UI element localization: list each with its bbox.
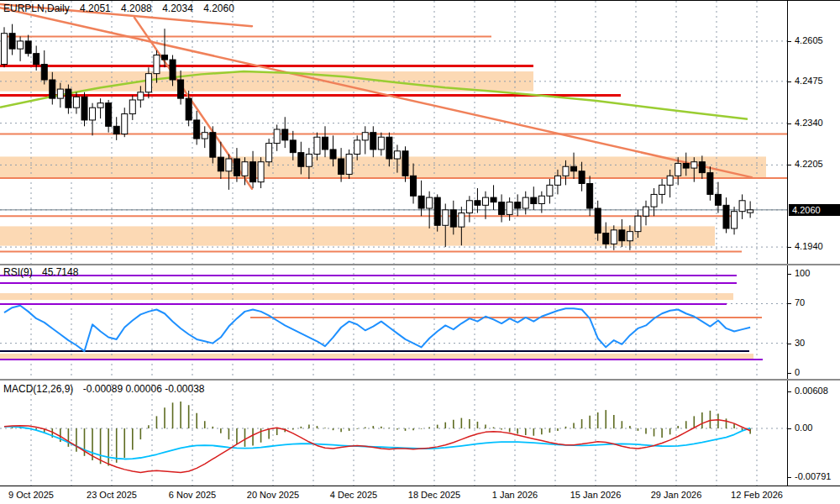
- candle-body: [129, 100, 135, 114]
- candle-body: [571, 166, 577, 171]
- candle-body: [538, 196, 544, 203]
- candle-body: [66, 89, 71, 108]
- candle-body: [218, 157, 223, 171]
- candle-body: [106, 103, 112, 127]
- candle-body: [522, 197, 528, 208]
- candle-body: [739, 201, 745, 212]
- candle-body: [90, 108, 96, 120]
- chart-title: EURPLN,Daily 4.2051 4.2088 4.2034 4.2060: [3, 3, 242, 14]
- candle-body: [57, 89, 63, 98]
- candle-body: [113, 126, 119, 134]
- candle-body: [18, 41, 24, 49]
- candle-body: [603, 234, 609, 244]
- time-axis-label: 4 Dec 2025: [330, 490, 377, 500]
- macd-name: MACD(12,26,9): [3, 383, 73, 395]
- candle-body: [242, 162, 248, 176]
- rsi-axis-label: 100: [795, 268, 810, 278]
- rsi-axis-label: 30: [795, 338, 805, 348]
- candle-body: [282, 129, 288, 140]
- macd-values: -0.00089 0.00006 -0.00038: [83, 383, 205, 395]
- candle-body: [9, 34, 15, 49]
- price-axis-label: 4.2605: [795, 35, 823, 45]
- candle-body: [459, 213, 465, 228]
- candle-body: [194, 120, 200, 139]
- candle-body: [675, 164, 681, 176]
- candle-body: [274, 129, 280, 144]
- axis-tick: [788, 81, 791, 82]
- candle-body: [683, 164, 689, 169]
- axis-tick: [788, 274, 791, 275]
- candle-body: [547, 185, 553, 196]
- axis-tick: [788, 344, 791, 344]
- candle-body: [554, 176, 560, 185]
- candle-body: [643, 207, 649, 216]
- candle-body: [330, 150, 336, 159]
- candle-body: [466, 201, 472, 213]
- rsi-axis-label: 0: [795, 367, 800, 377]
- candle-body: [323, 137, 328, 150]
- candle-body: [314, 137, 320, 154]
- candle-body: [475, 201, 480, 206]
- candle-body: [202, 133, 207, 139]
- candle-body: [162, 55, 168, 60]
- candle-body: [298, 153, 304, 167]
- candle-body: [507, 202, 512, 215]
- time-axis-label: 18 Dec 2025: [408, 490, 460, 500]
- candle-body: [370, 133, 376, 150]
- axis-tick: [788, 41, 791, 42]
- candle-body: [73, 97, 79, 108]
- axis-tick: [788, 428, 791, 429]
- candle-body: [595, 208, 601, 233]
- rsi-line: [4, 306, 750, 351]
- time-axis-label: 1 Jan 2026: [492, 490, 538, 500]
- candle-body: [499, 202, 505, 215]
- candle-body: [346, 154, 352, 174]
- price-axis-label: 4.2475: [795, 76, 823, 86]
- candle-body: [145, 74, 151, 92]
- time-axis-label: 6 Nov 2025: [169, 490, 216, 500]
- current-price-box: 4.2060: [789, 204, 840, 216]
- open-value: 4.2051: [80, 3, 111, 14]
- candle-body: [659, 185, 665, 194]
- candle-body: [25, 41, 31, 54]
- macd-axis-label: 0.00608: [795, 386, 828, 396]
- price-axis-label: 4.2205: [795, 159, 823, 169]
- current-price-value: 4.2060: [792, 205, 821, 215]
- candle-body: [186, 98, 192, 120]
- rsi-name: RSI(9): [3, 266, 33, 278]
- axis-tick: [788, 247, 791, 248]
- candle-body: [34, 54, 39, 65]
- axis-tick: [788, 123, 791, 124]
- candle-body: [290, 140, 296, 153]
- candle-body: [418, 196, 424, 208]
- price-axis-label: 4.2340: [795, 118, 823, 128]
- candle-body: [250, 162, 256, 182]
- candle-body: [50, 80, 55, 98]
- panel-separator-main-rsi[interactable]: [0, 264, 840, 265]
- candle-body: [122, 114, 128, 134]
- trading-chart-window: EURPLN,Daily 4.2051 4.2088 4.2034 4.2060…: [0, 0, 840, 504]
- axis-tick: [788, 391, 791, 392]
- axis-tick: [788, 477, 791, 478]
- axis-tick: [788, 303, 791, 304]
- panel-separator-rsi-macd[interactable]: [0, 379, 840, 381]
- candle-body: [138, 92, 144, 100]
- trend-line[interactable]: [0, 8, 752, 177]
- close-value: 4.2060: [203, 3, 234, 14]
- candle-body: [732, 212, 738, 228]
- candle-body: [41, 65, 47, 80]
- candle-body: [266, 144, 272, 162]
- candle-body: [402, 151, 408, 176]
- rsi-zone: [0, 293, 733, 300]
- price-axis[interactable]: 4.2060 4.26054.24754.23404.22054.1940100…: [787, 1, 840, 486]
- chart-plot-area[interactable]: [0, 1, 787, 486]
- time-axis-label: 15 Jan 2026: [570, 490, 622, 500]
- rsi-value: 45.7148: [42, 266, 78, 278]
- candle-body: [378, 137, 384, 150]
- candle-body: [715, 194, 721, 205]
- time-axis[interactable]: 9 Oct 202523 Oct 20256 Nov 202520 Nov 20…: [0, 486, 840, 504]
- candle-body: [306, 154, 312, 166]
- candle-body: [178, 80, 184, 98]
- candle-body: [611, 230, 617, 244]
- rsi-zone: [0, 354, 753, 359]
